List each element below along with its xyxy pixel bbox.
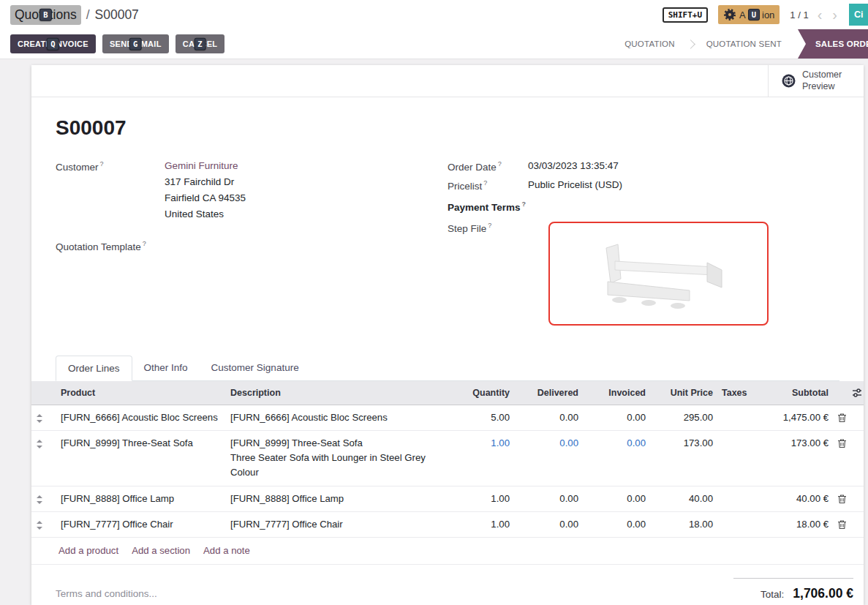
- breadcrumb-quotations[interactable]: Quotations B: [10, 5, 81, 25]
- help-icon: ?: [143, 240, 146, 247]
- cell-quantity[interactable]: 1.00: [454, 512, 514, 538]
- customer-preview-label: Customer Preview: [802, 69, 848, 92]
- customer-preview-button[interactable]: Customer Preview: [768, 65, 864, 97]
- step-file-image[interactable]: [548, 222, 769, 326]
- step-file-field-row: Step File?: [448, 222, 839, 326]
- cell-unit-price[interactable]: 295.00: [650, 405, 717, 430]
- action-label-pre: A: [739, 10, 746, 20]
- cell-product[interactable]: [FURN_6666] Acoustic Bloc Screens: [56, 405, 226, 430]
- customer-field-label: Customer?: [56, 160, 165, 222]
- order-line-row: [FURN_7777] Office Chair [FURN_7777] Off…: [31, 512, 864, 538]
- customer-link[interactable]: Gemini Furniture: [165, 160, 238, 171]
- status-step-quotation[interactable]: QUOTATION: [613, 29, 686, 59]
- keyboard-hint-action: U: [749, 10, 759, 20]
- sheet-top-divider: [31, 65, 768, 97]
- add-a-note-link[interactable]: Add a note: [203, 545, 250, 556]
- help-icon: ?: [522, 200, 527, 208]
- header-delivered: Delivered: [514, 381, 583, 405]
- keyboard-shortcut-chip: SHIFT+U: [663, 7, 708, 23]
- tab-order-lines[interactable]: Order Lines: [56, 356, 132, 381]
- cell-description[interactable]: [FURN_8888] Office Lamp: [226, 486, 454, 512]
- header-handle: [31, 381, 56, 405]
- cell-product[interactable]: [FURN_8888] Office Lamp: [56, 486, 226, 512]
- cell-delivered[interactable]: 0.00: [514, 430, 583, 486]
- drag-handle-icon[interactable]: [31, 512, 56, 538]
- cell-taxes[interactable]: [717, 512, 752, 538]
- trash-icon: [837, 438, 847, 448]
- cell-taxes[interactable]: [717, 405, 752, 430]
- order-date-field-value[interactable]: 03/03/2023 13:35:47: [528, 160, 619, 173]
- table-footer-links: Add a product Add a section Add a note: [31, 538, 864, 565]
- cell-description[interactable]: [FURN_7777] Office Chair: [226, 512, 454, 538]
- delete-row-button[interactable]: [833, 430, 850, 486]
- cell-delivered[interactable]: 0.00: [514, 512, 583, 538]
- cell-quantity[interactable]: 1.00: [454, 486, 514, 512]
- cell-invoiced[interactable]: 0.00: [583, 486, 650, 512]
- header-description: Description: [226, 381, 454, 405]
- pager-next-button[interactable]: ›: [831, 7, 839, 22]
- trash-icon: [837, 519, 847, 530]
- tab-other-info[interactable]: Other Info: [132, 356, 200, 380]
- topbar-right-controls: SHIFT+U A U ion 1 / 1 ‹ › Ci: [663, 4, 868, 26]
- cell-product[interactable]: [FURN_8999] Three-Seat Sofa: [56, 430, 226, 486]
- breadcrumb-current: S00007: [95, 7, 139, 23]
- add-a-product-link[interactable]: Add a product: [59, 545, 118, 556]
- drag-handle-icon[interactable]: [31, 405, 56, 430]
- cancel-button[interactable]: CANCEL Z: [176, 34, 225, 53]
- create-button[interactable]: Ci: [849, 4, 868, 26]
- drag-handle-icon[interactable]: [31, 430, 56, 486]
- action-label-post: ion: [762, 10, 774, 20]
- cell-invoiced[interactable]: 0.00: [583, 405, 650, 430]
- status-step-sales-order[interactable]: SALES ORDER: [798, 29, 868, 59]
- cell-taxes[interactable]: [717, 430, 752, 486]
- delete-row-button[interactable]: [833, 486, 850, 512]
- keyboard-hint-send-email: G: [130, 39, 141, 50]
- help-icon: ?: [100, 160, 104, 168]
- keyboard-hint-create-invoice: Q: [48, 39, 59, 50]
- pager-previous-button[interactable]: ‹: [816, 7, 824, 22]
- sheet-footer: Terms and conditions... Total: 1,706.00 …: [31, 565, 864, 605]
- cell-taxes[interactable]: [717, 486, 752, 512]
- cell-product[interactable]: [FURN_7777] Office Chair: [56, 512, 226, 538]
- quotation-template-field-label: Quotation Template?: [56, 240, 165, 252]
- form-statusbar: CREATE INVOICE Q SEND EMAIL G CANCEL Z Q…: [0, 29, 868, 59]
- cell-description[interactable]: [FURN_8999] Three-Seat Sofa Three Seater…: [226, 430, 454, 486]
- field-grid: Customer? Gemini Furniture 317 Fairchild…: [56, 160, 839, 332]
- form-sheet: Customer Preview S00007 Customer? Gemini…: [31, 65, 864, 605]
- pager-value: 1 / 1: [790, 10, 808, 20]
- send-email-button[interactable]: SEND EMAIL G: [102, 34, 169, 53]
- cell-unit-price[interactable]: 173.00: [650, 430, 717, 486]
- sliders-icon: [852, 388, 862, 398]
- quotation-template-field-row: Quotation Template?: [56, 240, 448, 252]
- status-step-quotation-sent[interactable]: QUOTATION SENT: [695, 29, 793, 59]
- header-trash-spacer: [833, 381, 850, 405]
- tab-customer-signature[interactable]: Customer Signature: [200, 356, 311, 380]
- drag-handle-icon[interactable]: [31, 486, 56, 512]
- pricelist-field-value[interactable]: Public Pricelist (USD): [528, 179, 622, 192]
- cell-description[interactable]: [FURN_6666] Acoustic Bloc Screens: [226, 405, 454, 430]
- order-date-field-row: Order Date? 03/03/2023 13:35:47: [448, 160, 839, 173]
- cell-subtotal: 1,475.00 €: [752, 405, 833, 430]
- cell-unit-price[interactable]: 40.00: [650, 486, 717, 512]
- step-file-field-label: Step File?: [448, 222, 528, 234]
- breadcrumb: Quotations B / S00007: [10, 5, 139, 25]
- breadcrumb-separator: /: [86, 7, 90, 23]
- cell-unit-price[interactable]: 18.00: [650, 512, 717, 538]
- record-title: S00007: [56, 116, 839, 140]
- action-menu-button[interactable]: A U ion: [718, 5, 780, 24]
- content-backdrop: Customer Preview S00007 Customer? Gemini…: [0, 59, 868, 605]
- cell-spacer: [850, 430, 864, 486]
- optional-columns-button[interactable]: [850, 381, 864, 405]
- cell-quantity[interactable]: 5.00: [454, 405, 514, 430]
- cell-invoiced[interactable]: 0.00: [583, 430, 650, 486]
- delete-row-button[interactable]: [833, 512, 850, 538]
- cell-delivered[interactable]: 0.00: [514, 405, 583, 430]
- create-invoice-button[interactable]: CREATE INVOICE Q: [10, 34, 96, 53]
- terms-and-conditions-input[interactable]: Terms and conditions...: [56, 588, 157, 599]
- add-a-section-link[interactable]: Add a section: [132, 545, 190, 556]
- cell-delivered[interactable]: 0.00: [514, 486, 583, 512]
- trash-icon: [837, 413, 847, 423]
- cell-invoiced[interactable]: 0.00: [583, 512, 650, 538]
- cell-quantity[interactable]: 1.00: [454, 430, 514, 486]
- delete-row-button[interactable]: [833, 405, 850, 430]
